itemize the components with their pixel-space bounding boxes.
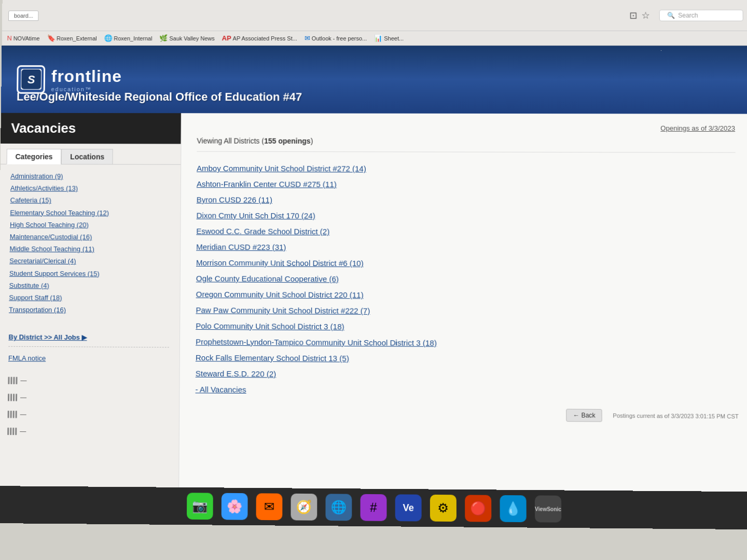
openings-date: Openings as of 3/3/2023 <box>197 123 736 132</box>
window-icon[interactable]: ⊡ <box>629 9 637 21</box>
ap-icon: AP <box>222 34 231 42</box>
dock-ve-icon[interactable]: Ve <box>395 494 422 521</box>
dock-mail-icon[interactable]: ✉ <box>256 493 283 520</box>
bookmark-roxen-external[interactable]: 🔖 Roxen_External <box>47 34 97 42</box>
scroll-arrow-4: — <box>20 428 26 435</box>
list-item: Amboy Community Unit School District #27… <box>197 162 736 176</box>
district-ogle-county[interactable]: Ogle County Educational Cooperative (6) <box>196 274 339 283</box>
tab-locations[interactable]: Locations <box>61 149 113 164</box>
main-panel: Openings as of 3/3/2023 Viewing All Dist… <box>179 113 747 529</box>
district-all-vacancies[interactable]: - All Vacancies <box>196 385 246 394</box>
list-item: Eswood C.C. Grade School District (2) <box>196 225 736 240</box>
scroll-hints: — — — — <box>0 372 179 442</box>
sheet-icon: 📊 <box>374 34 382 42</box>
list-item: Meridian CUSD #223 (31) <box>196 241 737 255</box>
list-item: Rock Falls Elementary School District 13… <box>196 352 738 367</box>
bookmark-sauk-valley[interactable]: 🌿 Sauk Valley News <box>159 34 214 42</box>
outlook-icon: ✉ <box>305 34 310 42</box>
search-bar[interactable]: 🔍 Search <box>659 9 743 21</box>
tab-categories[interactable]: Categories <box>7 149 62 164</box>
category-student-support[interactable]: Student Support Services (15) <box>9 269 170 279</box>
district-morrison[interactable]: Morrison Community Unit School District … <box>196 258 364 268</box>
list-item: Oregon Community Unit School District 22… <box>196 288 738 303</box>
district-paw-paw[interactable]: Paw Paw Community Unit School District #… <box>196 305 370 315</box>
bookmark-sheet[interactable]: 📊 Sheet... <box>374 34 404 42</box>
frontline-logo-text: frontline education™ <box>51 66 122 92</box>
dock-misc3-icon[interactable]: 💧 <box>500 495 526 522</box>
scroll-arrow-2: — <box>20 394 26 401</box>
scroll-bar-mini-3 <box>8 411 17 418</box>
category-middle-school[interactable]: Middle School Teaching (11) <box>9 244 170 255</box>
category-athletics[interactable]: Athletics/Activities (13) <box>10 184 170 193</box>
scroll-hint-2: — <box>8 394 169 402</box>
list-item: Ogle County Educational Cooperative (6) <box>196 272 737 287</box>
frontline-logo-icon: S <box>17 65 45 93</box>
bookmark-ap[interactable]: AP AP Associated Press St... <box>222 34 297 42</box>
dock-misc1-icon[interactable]: ⚙ <box>430 495 457 522</box>
list-item: Steward E.S.D. 220 (2) <box>196 367 738 383</box>
district-polo[interactable]: Polo Community Unit School District 3 (1… <box>196 321 344 331</box>
search-label: Search <box>678 11 698 19</box>
category-list: Administration (9) Athletics/Activities … <box>0 164 181 326</box>
roxen-int-icon: 🌐 <box>104 34 113 42</box>
scroll-bar-mini-2 <box>8 394 17 401</box>
taskbar: 📷 🌸 ✉ 🧭 🌐 # Ve ⚙ 🔴 💧 ViewSonic <box>0 486 747 529</box>
district-oregon[interactable]: Oregon Community Unit School District 22… <box>196 290 364 300</box>
bookmark-novatime[interactable]: N NOVAtime <box>7 34 39 42</box>
category-administration[interactable]: Administration (9) <box>10 172 170 181</box>
dock-facetime-icon[interactable]: 📷 <box>187 493 213 520</box>
scroll-bar-mini-4 <box>7 428 17 435</box>
scroll-arrow-1: — <box>20 377 26 384</box>
sidebar-divider <box>8 346 169 348</box>
browser-tab[interactable]: board... <box>8 10 39 21</box>
fmla-notice-link[interactable]: FMLA notice <box>0 350 179 367</box>
browser-tab-bar: board... <box>8 10 39 21</box>
main-content: Vacancies Categories Locations Administr… <box>0 113 747 529</box>
list-item: - All Vacancies <box>196 383 739 399</box>
district-prophetstown[interactable]: Prophetstown-Lyndon-Tampico Community Un… <box>196 337 437 347</box>
category-high-school[interactable]: High School Teaching (20) <box>10 220 170 230</box>
bookmark-outlook[interactable]: ✉ Outlook - free perso... <box>305 34 367 42</box>
scroll-hint-4: — <box>7 428 169 436</box>
category-elementary[interactable]: Elementary School Teaching (12) <box>10 208 170 218</box>
district-meridian[interactable]: Meridian CUSD #223 (31) <box>196 242 286 251</box>
category-secretarial[interactable]: Secretarial/Clerical (4) <box>9 257 170 267</box>
bookmark-roxen-internal[interactable]: 🌐 Roxen_Internal <box>104 34 153 42</box>
category-maintenance[interactable]: Maintenance/Custodial (16) <box>10 232 170 242</box>
viewing-close: ) <box>311 137 313 145</box>
dock-finder-icon[interactable]: 🧭 <box>290 494 317 521</box>
list-item: Prophetstown-Lyndon-Tampico Community Un… <box>196 335 738 351</box>
browser-chrome: board... ⊡ ☆ 🔍 Search <box>2 0 747 31</box>
sidebar: Vacancies Categories Locations Administr… <box>0 113 182 525</box>
bookmark-star-icon[interactable]: ☆ <box>641 9 649 21</box>
roxen-ext-icon: 🔖 <box>47 34 55 42</box>
back-button[interactable]: ← Back <box>566 409 603 422</box>
frontline-logo: S frontline education™ <box>17 65 122 93</box>
dock-photos-icon[interactable]: 🌸 <box>222 493 248 520</box>
district-eswood[interactable]: Eswood C.C. Grade School District (2) <box>196 227 329 236</box>
svg-text:S: S <box>27 73 35 86</box>
district-rock-falls[interactable]: Rock Falls Elementary School District 13… <box>196 353 349 363</box>
category-cafeteria[interactable]: Cafeteria (15) <box>10 196 170 206</box>
district-list: Amboy Community Unit School District #27… <box>196 162 739 399</box>
category-support-staff[interactable]: Support Staff (18) <box>9 293 169 303</box>
dock-slack-icon[interactable]: # <box>361 494 387 521</box>
dock-chrome-icon[interactable]: 🌐 <box>325 494 352 521</box>
viewing-all-districts: Viewing All Districts (155 openings) <box>197 136 735 152</box>
district-amboy[interactable]: Amboy Community Unit School District #27… <box>197 164 366 173</box>
dock-misc2-icon[interactable]: 🔴 <box>465 495 491 522</box>
district-steward[interactable]: Steward E.S.D. 220 (2) <box>196 369 276 378</box>
novatime-icon: N <box>7 34 11 42</box>
category-substitute[interactable]: Substitute (4) <box>9 281 170 291</box>
district-ashton[interactable]: Ashton-Franklin Center CUSD #275 (11) <box>197 179 337 189</box>
district-byron[interactable]: Byron CUSD 226 (11) <box>197 195 272 204</box>
vacancies-title: Vacancies <box>1 113 181 144</box>
by-district-link[interactable]: By District >> All Jobs ▶ <box>0 333 179 342</box>
search-icon: 🔍 <box>667 11 675 19</box>
scroll-bar-mini-1 <box>8 377 17 384</box>
dock-viewsonic-text: ViewSonic <box>535 495 561 522</box>
openings-count: 155 openings <box>264 137 311 145</box>
district-dixon[interactable]: Dixon Cmty Unit Sch Dist 170 (24) <box>197 211 315 220</box>
category-transportation[interactable]: Transportation (16) <box>9 305 169 316</box>
viewing-text: Viewing All Districts ( <box>197 136 264 145</box>
